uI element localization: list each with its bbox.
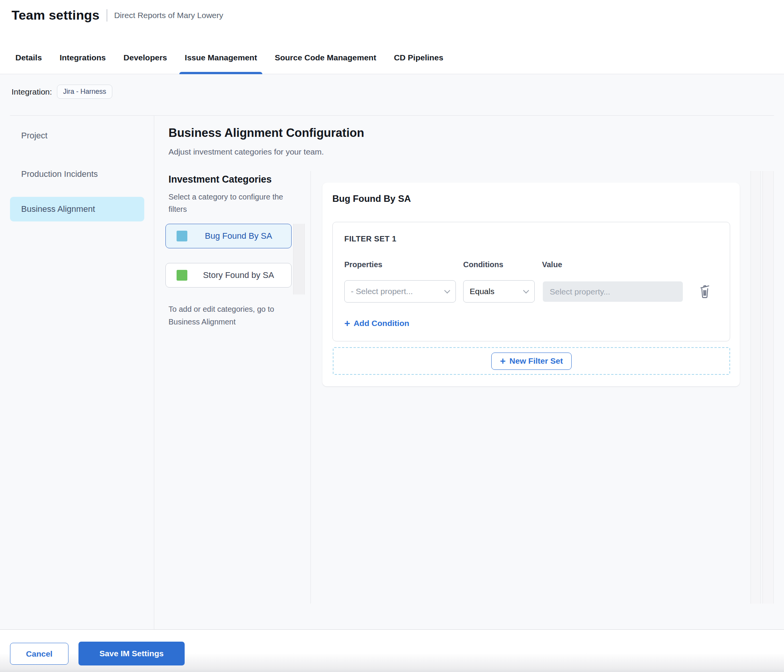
plus-icon: + xyxy=(344,318,350,328)
investment-categories-helper: Select a category to configure the filte… xyxy=(168,191,303,215)
category-list-scrollbar[interactable] xyxy=(293,224,305,294)
sidebar-item-project[interactable]: Project xyxy=(21,131,47,141)
column-label-value: Value xyxy=(542,260,562,269)
category-color-swatch xyxy=(177,270,187,281)
sidebar-divider xyxy=(154,116,154,629)
team-settings-page: Team settings Direct Reports of Mary Low… xyxy=(0,0,784,672)
tab-developers[interactable]: Developers xyxy=(118,53,172,74)
property-select-value: - Select propert... xyxy=(351,287,445,296)
sidebar-item-business-alignment[interactable]: Business Alignment xyxy=(10,197,144,221)
tab-issue-management[interactable]: Issue Management xyxy=(179,53,262,74)
section-subtitle: Adjust investment categories for your te… xyxy=(168,147,324,156)
add-condition-button[interactable]: + Add Condition xyxy=(344,318,409,328)
section-title: Business Alignment Configuration xyxy=(168,126,364,140)
chevron-down-icon xyxy=(523,287,529,293)
integration-label: Integration: xyxy=(12,87,52,96)
page-title: Team settings xyxy=(12,8,100,23)
footer-bar: Cancel Save IM Settings xyxy=(0,630,784,672)
new-filter-set-zone: + New Filter Set xyxy=(333,347,730,375)
tab-cd-pipelines[interactable]: CD Pipelines xyxy=(389,53,449,74)
category-story-found-by-sa[interactable]: Story Found by SA xyxy=(165,263,292,288)
category-label: Bug Found By SA xyxy=(197,231,291,241)
plus-icon: + xyxy=(500,356,506,366)
category-color-swatch xyxy=(177,231,187,241)
categories-footnote: To add or edit categories, go to Busines… xyxy=(168,303,299,328)
category-bug-found-by-sa[interactable]: Bug Found By SA xyxy=(165,224,292,248)
sidebar-item-label: Business Alignment xyxy=(21,204,95,214)
tab-source-code-management[interactable]: Source Code Management xyxy=(269,53,382,74)
value-input[interactable] xyxy=(543,281,683,302)
chevron-down-icon xyxy=(444,287,450,293)
condition-select-value: Equals xyxy=(470,287,524,296)
cancel-button[interactable]: Cancel xyxy=(10,643,68,665)
panel-scrollbar[interactable] xyxy=(751,171,761,604)
tab-details[interactable]: Details xyxy=(10,53,47,74)
content-top-divider xyxy=(10,115,774,116)
column-label-conditions: Conditions xyxy=(463,260,503,269)
category-label: Story Found by SA xyxy=(197,270,291,280)
header: Team settings Direct Reports of Mary Low… xyxy=(12,8,223,23)
property-select[interactable]: - Select propert... xyxy=(344,280,456,303)
tab-bar: Details Integrations Developers Issue Ma… xyxy=(0,33,784,74)
column-label-properties: Properties xyxy=(344,260,382,269)
investment-categories-heading: Investment Categories xyxy=(168,174,272,185)
save-im-settings-button[interactable]: Save IM Settings xyxy=(78,642,185,665)
integration-chip[interactable]: Jira - Harness xyxy=(57,85,112,99)
add-condition-label: Add Condition xyxy=(354,319,409,328)
delete-condition-button[interactable] xyxy=(697,283,712,300)
integration-row: Integration: Jira - Harness xyxy=(12,85,112,99)
filter-card-title: Bug Found By SA xyxy=(332,193,411,204)
new-filter-set-label: New Filter Set xyxy=(509,356,563,366)
filter-set-1: FILTER SET 1 Properties Conditions Value… xyxy=(332,222,730,341)
filter-config-card: Bug Found By SA FILTER SET 1 Properties … xyxy=(322,183,740,386)
trash-icon xyxy=(698,283,711,299)
filter-set-label: FILTER SET 1 xyxy=(344,235,397,243)
page-scrollbar[interactable] xyxy=(762,171,774,604)
tab-integrations[interactable]: Integrations xyxy=(54,53,111,74)
sidebar-item-production-incidents[interactable]: Production Incidents xyxy=(21,169,98,179)
new-filter-set-button[interactable]: + New Filter Set xyxy=(491,353,572,370)
categories-divider xyxy=(310,171,311,604)
condition-select[interactable]: Equals xyxy=(463,280,535,303)
page-subtitle: Direct Reports of Mary Lowery xyxy=(114,11,224,20)
title-separator xyxy=(107,9,107,22)
